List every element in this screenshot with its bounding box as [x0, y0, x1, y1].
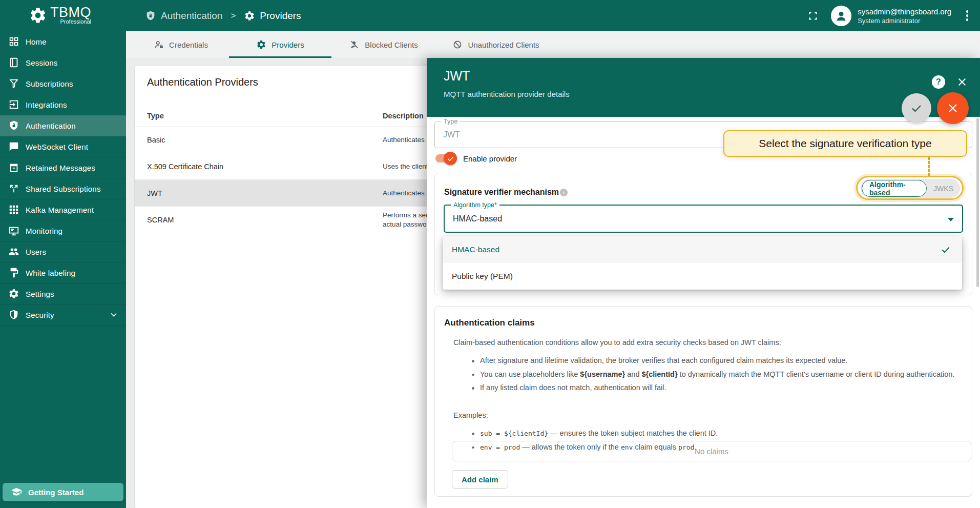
user-role: System administrator: [858, 16, 951, 25]
sidebar: Home Sessions Subscriptions Integrations…: [0, 31, 126, 508]
signature-verifier-label: Signature verifier mechanism: [444, 188, 559, 197]
shield-lock-icon: [8, 120, 19, 131]
jwt-details-drawer: JWT MQTT authentication provider details…: [427, 58, 980, 508]
tbmq-logo[interactable]: TBMQ Professional: [29, 5, 91, 25]
close-icon: [947, 102, 959, 114]
person-lock-icon: [154, 39, 164, 50]
apps-grid-icon: [8, 204, 19, 215]
info-icon[interactable]: i: [560, 189, 568, 196]
gear-icon: [244, 10, 255, 22]
person-off-icon: [349, 39, 360, 50]
kebab-menu-icon[interactable]: [961, 9, 974, 23]
sidebar-item-kafka-management[interactable]: Kafka Management: [0, 199, 126, 220]
tutorial-callout: Select the signature verification type: [723, 130, 967, 157]
tab-credentials[interactable]: Credentials: [145, 31, 217, 58]
add-claim-button[interactable]: Add claim: [452, 470, 508, 489]
sidebar-item-authentication[interactable]: Authentication: [0, 115, 126, 136]
authentication-claims-section: Authentication claims Claim-based authen…: [434, 306, 972, 497]
format-paint-icon: [8, 267, 19, 278]
menu-option-public-key[interactable]: Public key (PEM): [443, 263, 962, 290]
graduation-cap-icon: [11, 486, 22, 498]
getting-started-button[interactable]: Getting Started: [3, 483, 123, 501]
archive-icon: [8, 162, 19, 173]
column-header-description[interactable]: Description: [383, 112, 424, 120]
cancel-fab-button[interactable]: [937, 92, 969, 124]
drawer-subtitle: MQTT authentication provider details: [444, 90, 570, 98]
drawer-title: JWT: [444, 69, 470, 84]
no-claims-placeholder: No claims: [452, 441, 971, 461]
signature-verifier-toggle-group: Algorithm-based JWKS: [861, 179, 960, 198]
example-item: sub = ${clientId} — ensures the token su…: [472, 429, 718, 439]
people-icon: [8, 246, 19, 257]
algorithm-type-select[interactable]: Algorithm type* HMAC-based: [444, 205, 963, 233]
chevron-down-icon: [109, 310, 119, 320]
claims-bullet: If any listed claim does not match, auth…: [472, 383, 954, 393]
claims-bullet: You can use placeholders like ${username…: [472, 370, 954, 380]
drawer-header: JWT MQTT authentication provider details…: [427, 58, 980, 117]
sidebar-item-security[interactable]: Security: [0, 304, 126, 326]
sidebar-item-sessions[interactable]: Sessions: [0, 52, 126, 73]
close-icon[interactable]: [956, 76, 968, 88]
examples-label: Examples:: [453, 411, 488, 419]
monitor-icon: [8, 225, 19, 236]
toggle-switch: [434, 153, 457, 164]
claims-title: Authentication claims: [444, 318, 535, 328]
check-icon: [941, 245, 951, 255]
sidebar-item-retained-messages[interactable]: Retained Messages: [0, 157, 126, 178]
tab-providers[interactable]: Providers: [229, 31, 331, 58]
breadcrumb-authentication[interactable]: Authentication: [145, 10, 222, 22]
callout-connector-line: [928, 157, 930, 176]
enable-provider-toggle[interactable]: Enable provider: [434, 151, 517, 166]
input-icon: [8, 99, 19, 110]
brand-edition: Professional: [60, 18, 91, 25]
page-title: Authentication Providers: [147, 76, 258, 88]
sidebar-item-integrations[interactable]: Integrations: [0, 94, 126, 115]
tab-unauthorized-clients[interactable]: Unauthorized Clients: [437, 31, 555, 58]
block-icon: [452, 39, 463, 50]
chat-icon: [8, 141, 19, 152]
active-tab-underline: [229, 56, 331, 58]
sidebar-item-white-labeling[interactable]: White labeling: [0, 262, 126, 283]
tab-bar: Credentials Providers Blocked Clients Un…: [126, 31, 980, 58]
breadcrumb-separator: >: [231, 11, 236, 21]
sidebar-item-settings[interactable]: Settings: [0, 283, 126, 304]
sidebar-item-subscriptions[interactable]: Subscriptions: [0, 73, 126, 94]
toggle-option-algorithm-based[interactable]: Algorithm-based: [862, 180, 927, 197]
dashboard-icon: [8, 36, 19, 47]
filter-icon: [8, 78, 19, 89]
user-info: sysadmin@thingsboard.org System administ…: [858, 7, 951, 25]
algorithm-type-menu: HMAC-based Public key (PEM): [443, 236, 962, 290]
top-header: TBMQ Professional Authentication > Provi…: [0, 0, 980, 31]
breadcrumb-providers[interactable]: Providers: [244, 10, 301, 22]
sidebar-item-websocket-client[interactable]: WebSocket Client: [0, 136, 126, 157]
gear-icon: [256, 39, 266, 50]
sidebar-item-monitoring[interactable]: Monitoring: [0, 220, 126, 241]
save-fab-button[interactable]: [902, 93, 931, 123]
sidebar-item-shared-subscriptions[interactable]: Shared Subscriptions: [0, 178, 126, 199]
sidebar-item-users[interactable]: Users: [0, 241, 126, 262]
tbmq-app: TBMQ Professional Authentication > Provi…: [0, 0, 980, 508]
menu-option-hmac[interactable]: HMAC-based: [443, 236, 962, 263]
sidebar-item-home[interactable]: Home: [0, 31, 126, 52]
shield-icon: [8, 309, 19, 320]
column-header-type[interactable]: Type: [147, 112, 164, 120]
call-split-icon: [8, 183, 19, 194]
help-icon[interactable]: ?: [932, 75, 945, 89]
tab-blocked-clients[interactable]: Blocked Clients: [340, 31, 428, 58]
tbmq-gear-icon: [29, 6, 47, 25]
brand-name: TBMQ: [50, 5, 91, 19]
claims-bullet: After signature and lifetime validation,…: [472, 356, 954, 366]
check-icon: [910, 102, 923, 114]
gear-icon: [8, 288, 19, 299]
claims-intro: Claim-based authentication conditions al…: [453, 338, 781, 347]
drawer-scrollbar[interactable]: [976, 118, 979, 287]
toggle-option-jwks[interactable]: JWKS: [927, 185, 960, 193]
book-icon: [8, 57, 19, 68]
person-icon: [833, 8, 849, 24]
breadcrumb: Authentication > Providers: [145, 0, 301, 31]
avatar[interactable]: [831, 6, 851, 26]
shield-lock-icon: [145, 10, 156, 22]
fullscreen-icon[interactable]: [806, 9, 820, 23]
user-email: sysadmin@thingsboard.org: [858, 7, 951, 16]
claims-bullet-list: After signature and lifetime validation,…: [472, 356, 954, 397]
